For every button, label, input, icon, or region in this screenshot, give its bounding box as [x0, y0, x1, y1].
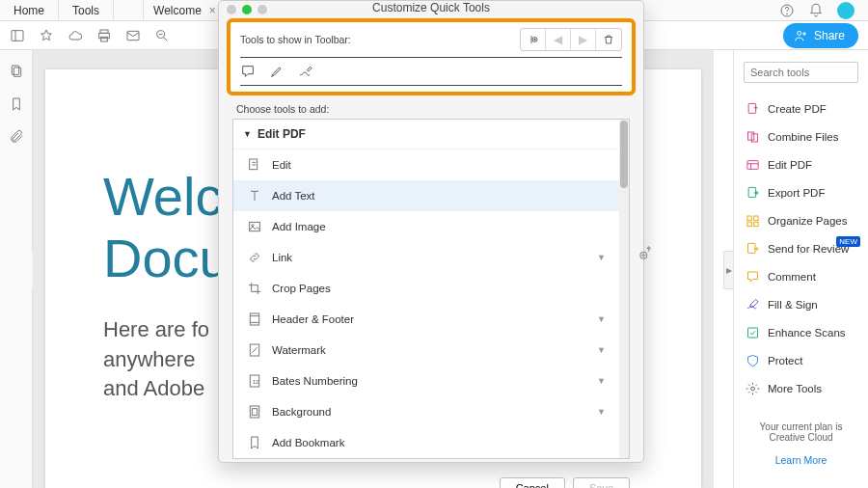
tab-home[interactable]: Home: [0, 0, 59, 20]
move-left-button[interactable]: ◀: [546, 29, 571, 50]
tool-item-watermark[interactable]: Watermark▼: [233, 335, 619, 366]
fill-sign-icon: [746, 297, 760, 312]
svg-rect-28: [754, 222, 758, 226]
tool-item-add-bookmark[interactable]: Add Bookmark: [233, 427, 619, 458]
quicktool-sign-icon[interactable]: [298, 64, 313, 79]
tool-link-protect[interactable]: Protect: [744, 346, 858, 374]
tool-item-crop-pages[interactable]: Crop Pages: [233, 273, 619, 304]
pages-panel-icon[interactable]: [9, 64, 24, 79]
combine-files-icon: [746, 129, 760, 144]
choose-tools-label: Choose tools to add:: [219, 103, 643, 119]
tool-link-combine-files[interactable]: Combine Files: [744, 122, 858, 150]
tool-link-send-for-review[interactable]: Send for ReviewNEW: [744, 234, 858, 262]
svg-rect-27: [747, 222, 751, 226]
learn-more-link[interactable]: Learn More: [744, 454, 858, 466]
scrollbar[interactable]: [619, 120, 629, 458]
edit-pdf-icon: [746, 157, 760, 172]
svg-point-11: [798, 31, 801, 35]
crop-pages-icon: [247, 281, 262, 296]
help-icon[interactable]: [779, 3, 795, 18]
tool-item-add-text[interactable]: Add Text: [233, 180, 619, 211]
attachments-panel-icon[interactable]: [9, 129, 24, 145]
tool-link-label: Protect: [768, 355, 802, 366]
right-panel-toggle[interactable]: ▸: [723, 251, 733, 289]
tool-link-fill-sign[interactable]: Fill & Sign: [744, 290, 858, 318]
header-footer-icon: [247, 312, 262, 327]
svg-point-1: [787, 14, 788, 14]
share-person-icon: [793, 28, 808, 43]
toolbar-order-controls: ◀ ▶: [520, 28, 622, 51]
bookmark-panel-icon[interactable]: [9, 96, 24, 112]
tool-item-label: Add Bookmark: [272, 437, 344, 448]
svg-rect-26: [754, 216, 758, 220]
add-divider-button[interactable]: [521, 29, 546, 50]
bookmark-icon: [247, 435, 262, 450]
chevron-down-icon: ▼: [597, 314, 606, 324]
bell-icon[interactable]: [808, 3, 824, 18]
tool-link-label: Create PDF: [768, 103, 827, 115]
tool-item-label: Header & Footer: [272, 313, 354, 325]
tool-item-background[interactable]: Background▼: [233, 396, 619, 427]
tool-link-organize-pages[interactable]: Organize Pages: [744, 206, 858, 234]
tool-link-label: Combine Files: [768, 131, 839, 143]
tab-document-welcome[interactable]: Welcome ×: [143, 0, 226, 20]
svg-line-9: [164, 38, 167, 41]
cloud-icon[interactable]: [68, 28, 83, 43]
svg-rect-4: [100, 30, 108, 33]
sidebar-toggle-icon[interactable]: [10, 28, 25, 43]
cancel-button[interactable]: Cancel: [500, 477, 565, 488]
print-icon[interactable]: [96, 28, 112, 43]
save-button[interactable]: Save: [573, 477, 630, 488]
avatar[interactable]: [837, 2, 854, 19]
export-pdf-icon: [746, 185, 760, 200]
tool-item-label: Crop Pages: [272, 283, 331, 294]
zoom-out-icon[interactable]: [154, 28, 170, 43]
add-image-icon: [247, 219, 262, 234]
tool-item-label: Edit: [272, 159, 291, 171]
chevron-down-icon: ▼: [597, 376, 606, 386]
tool-item-label: Bates Numbering: [272, 375, 358, 387]
tool-link-comment[interactable]: Comment: [744, 262, 858, 290]
remove-tool-button[interactable]: [596, 29, 621, 50]
background-icon: [247, 404, 262, 420]
edit-icon: [247, 157, 262, 173]
tool-link-more-tools[interactable]: More Tools: [744, 374, 858, 402]
tool-link-export-pdf[interactable]: Export PDF: [744, 178, 858, 206]
move-right-button[interactable]: ▶: [571, 29, 596, 50]
tool-item-bates-numbering[interactable]: 12Bates Numbering▼: [233, 366, 619, 396]
tool-item-link[interactable]: Link▼: [233, 242, 619, 273]
organize-pages-icon: [746, 213, 760, 228]
tab-tools[interactable]: Tools: [59, 0, 114, 20]
close-tab-icon[interactable]: ×: [209, 4, 216, 17]
mail-icon[interactable]: [125, 28, 141, 43]
plan-note: Your current plan is Creative Cloud: [744, 421, 858, 443]
tool-item-add-image[interactable]: Add Image: [233, 211, 619, 242]
add-to-toolbar-button[interactable]: [638, 245, 654, 263]
share-button[interactable]: Share: [783, 23, 858, 48]
svg-rect-2: [12, 30, 23, 41]
quicktool-comment-icon[interactable]: [240, 64, 256, 79]
svg-text:12: 12: [253, 379, 258, 385]
search-tools-input[interactable]: [744, 62, 858, 83]
svg-rect-46: [252, 409, 257, 416]
tab-document-label: Welcome: [153, 4, 202, 17]
bates-icon: 12: [247, 373, 262, 389]
tool-link-enhance-scans[interactable]: Enhance Scans: [744, 318, 858, 346]
new-badge: NEW: [836, 236, 860, 247]
tool-group-header[interactable]: ▼ Edit PDF: [233, 120, 619, 149]
svg-rect-21: [747, 160, 758, 169]
star-icon[interactable]: [39, 28, 54, 43]
tool-picker: ▼ Edit PDF EditAdd TextAdd ImageLink▼Cro…: [232, 119, 630, 459]
svg-rect-29: [748, 243, 756, 253]
tool-item-header-footer[interactable]: Header & Footer▼: [233, 304, 619, 335]
more-tools-icon: [746, 381, 760, 395]
tool-link-edit-pdf[interactable]: Edit PDF: [744, 150, 858, 178]
tool-link-create-pdf[interactable]: Create PDF: [744, 95, 858, 122]
tool-item-edit[interactable]: Edit: [233, 149, 619, 180]
window-traffic-lights[interactable]: [227, 5, 267, 14]
svg-rect-45: [250, 406, 258, 418]
quicktool-highlight-icon[interactable]: [269, 64, 285, 79]
collapse-icon: ▼: [243, 129, 252, 139]
svg-rect-25: [747, 216, 751, 220]
svg-rect-36: [250, 159, 258, 170]
